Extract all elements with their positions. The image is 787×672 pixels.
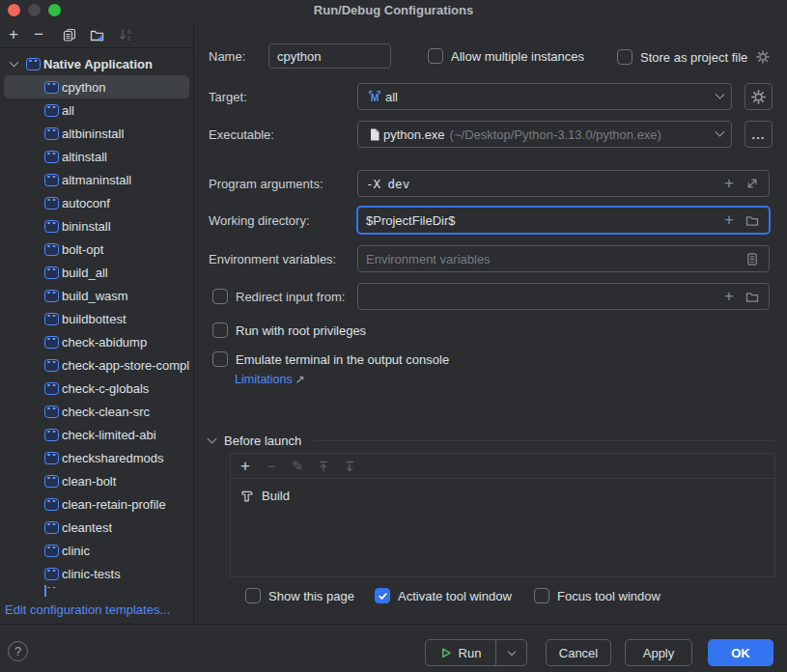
redirect-input-input[interactable] xyxy=(366,290,720,304)
sidebar-item-autoconf[interactable]: autoconf xyxy=(4,191,189,214)
tree-group-native-application[interactable]: Native Application xyxy=(4,52,189,75)
application-icon xyxy=(44,521,59,534)
sidebar-item-altinstall[interactable]: altinstall xyxy=(4,145,189,168)
activate-tool-window-label: Activate tool window xyxy=(398,589,512,603)
sidebar-item-check-c-globals[interactable]: check-c-globals xyxy=(4,377,189,400)
activate-tool-window-checkbox[interactable] xyxy=(375,588,390,603)
help-button[interactable]: ? xyxy=(8,641,28,661)
root-privileges-option: Run with root privileges xyxy=(212,322,366,338)
sidebar-item-bininstall[interactable]: bininstall xyxy=(4,214,189,238)
svg-text:M: M xyxy=(371,92,379,103)
sidebar-item-check-clean-src[interactable]: check-clean-src xyxy=(4,400,189,423)
move-up-icon xyxy=(317,460,330,473)
edit-environment-variables-icon[interactable] xyxy=(744,250,761,267)
program-arguments-label: Program arguments: xyxy=(209,170,323,197)
new-folder-icon[interactable] xyxy=(86,24,107,45)
name-field xyxy=(268,43,391,69)
before-launch-list: + − ✎ Build xyxy=(230,453,775,577)
svg-text:z: z xyxy=(127,35,130,42)
application-icon xyxy=(44,266,59,279)
apply-button[interactable]: Apply xyxy=(625,639,692,666)
redirect-input-checkbox[interactable] xyxy=(212,289,228,304)
target-select[interactable]: M all xyxy=(357,83,732,110)
sidebar-item-buildbottest[interactable]: buildbottest xyxy=(4,307,189,330)
executable-select[interactable]: python.exe (~/Desktop/Python-3.13.0/pyth… xyxy=(357,121,732,148)
store-as-project-file-checkbox[interactable] xyxy=(617,49,632,65)
gear-icon[interactable] xyxy=(754,48,772,66)
sidebar-item-bolt-opt[interactable]: bolt-opt xyxy=(4,238,189,261)
sidebar-item-clean-retain-profile[interactable]: clean-retain-profile xyxy=(4,492,189,516)
copy-configuration-icon[interactable] xyxy=(59,24,80,45)
insert-macro-icon[interactable]: + xyxy=(720,175,738,192)
sidebar-item-clinic[interactable]: clinic xyxy=(4,539,189,562)
environment-variables-input[interactable] xyxy=(366,252,744,266)
close-window-button[interactable] xyxy=(8,4,20,16)
sidebar-item-altmaninstall[interactable]: altmaninstall xyxy=(4,168,189,191)
emulate-terminal-checkbox[interactable] xyxy=(212,351,228,367)
insert-macro-icon[interactable]: + xyxy=(720,288,738,305)
run-options-button[interactable] xyxy=(495,640,526,665)
tree-item-partially-visible[interactable] xyxy=(4,585,189,597)
limitations-link[interactable]: Limitations xyxy=(235,373,293,386)
sidebar-item-all[interactable]: all xyxy=(4,98,189,122)
sidebar-item-check-app-store-compliance[interactable]: check-app-store-compliance xyxy=(4,353,189,377)
store-as-project-file-option: Store as project file xyxy=(617,48,772,66)
before-launch-title: Before launch xyxy=(224,434,301,448)
sidebar-item-check-limited-abi[interactable]: check-limited-abi xyxy=(4,423,189,446)
chevron-down-icon xyxy=(507,647,515,655)
name-input[interactable] xyxy=(277,49,382,64)
remove-configuration-icon[interactable]: − xyxy=(28,24,49,45)
allow-multiple-instances-checkbox[interactable] xyxy=(428,48,443,64)
sidebar-item-build_wasm[interactable]: build_wasm xyxy=(4,284,189,307)
browse-executable-button[interactable]: ... xyxy=(745,121,773,148)
executable-label: Executable: xyxy=(209,121,274,148)
focus-tool-window-option: Focus tool window xyxy=(534,588,661,603)
run-debug-configurations-dialog: Run/Debug Configurations + − az Native A… xyxy=(0,0,787,672)
before-launch-task-build[interactable]: Build xyxy=(231,484,774,507)
sidebar-item-clean-bolt[interactable]: clean-bolt xyxy=(4,469,189,492)
program-arguments-input[interactable] xyxy=(366,177,720,191)
sidebar-item-build_all[interactable]: build_all xyxy=(4,261,189,284)
sidebar-item-altbininstall[interactable]: altbininstall xyxy=(4,122,189,145)
target-settings-button[interactable] xyxy=(745,83,773,110)
focus-tool-window-checkbox[interactable] xyxy=(534,588,549,603)
zoom-window-button[interactable] xyxy=(48,4,61,16)
chevron-down-icon[interactable] xyxy=(10,58,19,68)
run-button-label: Run xyxy=(459,646,482,660)
minimize-window-button xyxy=(28,4,41,16)
title-bar: Run/Debug Configurations xyxy=(0,0,787,21)
sidebar-toolbar: + − az xyxy=(0,21,193,48)
browse-folder-icon[interactable] xyxy=(744,288,761,305)
insert-macro-icon[interactable]: + xyxy=(720,211,738,229)
ok-button[interactable]: OK xyxy=(708,639,773,666)
before-launch-toolbar: + − ✎ xyxy=(231,454,774,479)
sidebar-item-clinic-tests[interactable]: clinic-tests xyxy=(4,562,189,585)
chevron-down-icon[interactable] xyxy=(208,434,217,444)
show-this-page-checkbox[interactable] xyxy=(245,588,261,603)
working-directory-input[interactable] xyxy=(366,213,720,228)
working-directory-label: Working directory: xyxy=(209,207,310,234)
sidebar-item-cleantest[interactable]: cleantest xyxy=(4,516,189,539)
expand-field-icon[interactable] xyxy=(744,175,761,192)
external-link-icon: ↗ xyxy=(295,373,305,386)
sidebar-item-cpython[interactable]: cpython xyxy=(4,75,189,98)
application-icon xyxy=(44,336,59,349)
root-privileges-checkbox[interactable] xyxy=(212,322,228,338)
environment-variables-field xyxy=(357,245,770,272)
run-button[interactable]: Run xyxy=(426,640,495,665)
add-configuration-icon[interactable]: + xyxy=(3,24,24,45)
sidebar-item-check-abidump[interactable]: check-abidump xyxy=(4,330,189,353)
browse-folder-icon[interactable] xyxy=(744,211,761,229)
cancel-button[interactable]: Cancel xyxy=(546,639,611,666)
makefile-target-icon: M xyxy=(366,88,383,105)
edit-configuration-templates-link[interactable]: Edit configuration templates... xyxy=(5,602,170,617)
allow-multiple-instances-option: Allow multiple instances xyxy=(428,48,584,64)
run-split-button: Run xyxy=(425,639,527,666)
add-task-icon[interactable]: + xyxy=(239,460,252,473)
sidebar-item-checksharedmods[interactable]: checksharedmods xyxy=(4,446,189,469)
before-launch-header[interactable]: Before launch xyxy=(209,433,774,448)
show-this-page-label: Show this page xyxy=(268,589,354,603)
application-icon xyxy=(44,220,59,233)
application-icon xyxy=(44,545,59,557)
redirect-input-field: + xyxy=(357,283,770,310)
